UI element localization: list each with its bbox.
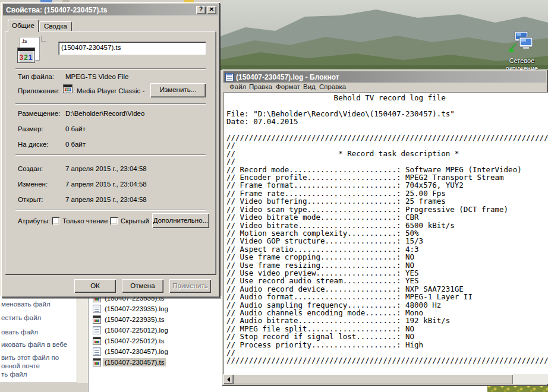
properties-dialog: Свойства: (150407-230457).ts ? ✕ Общие С… <box>1 2 220 298</box>
type-label: Тип файла: <box>18 73 54 80</box>
page-fold-corner <box>41 36 46 42</box>
scroll-left-button[interactable] <box>223 374 234 384</box>
file-name-input[interactable]: (150407-230457).ts <box>58 42 206 55</box>
log-file-icon <box>93 305 101 313</box>
file-name: (150407-223935).log <box>103 305 170 313</box>
file-name: (150407-225012).ts <box>103 337 166 345</box>
readonly-checkbox[interactable] <box>52 217 59 225</box>
ts-file-icon <box>93 337 101 345</box>
location-label: Размещение: <box>18 110 60 117</box>
media-player-classic-icon: 321 <box>17 48 35 63</box>
file-row-selected[interactable]: (150407-230457).ts <box>93 357 166 367</box>
accessed-value: 7 апреля 2015 г., 23:04:58 <box>65 196 147 203</box>
general-tab-page: .ts 321 (150407-230457).ts Тип файла: MP… <box>5 31 216 275</box>
ts-file-icon-large: .ts 321 <box>17 37 46 64</box>
type-value: MPEG-TS Video File <box>65 73 129 80</box>
desktop-wallpaper <box>219 0 548 70</box>
created-label: Создан: <box>18 165 43 172</box>
icon-digit: 3 <box>19 53 24 62</box>
app-label: Приложение: <box>18 87 60 94</box>
modified-value: 7 апреля 2015 г., 23:04:58 <box>65 181 147 188</box>
created-value: 7 апреля 2015 г., 23:04:58 <box>65 165 147 172</box>
file-name: (150407-230457).ts <box>103 358 166 366</box>
notepad-window: (150407-230457).log - Блокнот Файл Правк… <box>222 69 548 386</box>
apply-button: Применить <box>169 279 211 293</box>
change-button[interactable]: Изменить... <box>150 83 206 97</box>
location-value: D:\Beholder\Record\Video <box>65 110 144 117</box>
log-text: Behold TV record log file File: "D:\Beho… <box>224 93 548 365</box>
menu-file[interactable]: Файл <box>229 83 246 90</box>
menu-help[interactable]: Справка <box>319 83 346 90</box>
task-rename-file[interactable]: меновать файл <box>1 301 51 308</box>
advanced-button[interactable]: Дополнительно... <box>152 213 209 228</box>
file-row[interactable]: (150407-225012).ts <box>93 336 166 346</box>
explorer-bottom-strip <box>0 383 88 392</box>
file-extension-label: .ts <box>21 38 27 44</box>
task-email-file-line1[interactable]: вить этот файл по <box>1 354 59 361</box>
file-row[interactable]: (150407-223935).log <box>93 304 170 314</box>
file-row[interactable]: (150407-225012).log <box>93 325 170 335</box>
file-name: (150407-230457).log <box>103 347 170 356</box>
file-name: (150407-225012).log <box>103 326 170 334</box>
icon-digit: 1 <box>29 53 33 62</box>
file-tasks-panel: меновать файл естить файл овать файл ико… <box>0 296 77 383</box>
file-name: (150407-223935).ts <box>103 315 166 324</box>
notepad-menu-bar: Файл Правка Формат Вид Справка <box>223 83 546 92</box>
media-player-classic-icon-small: ​321 <box>63 84 73 94</box>
hidden-label: Скрытый <box>121 217 149 225</box>
scrollbar-thumb[interactable] <box>234 374 513 384</box>
accessed-label: Открыт: <box>18 196 43 203</box>
scroll-left-icon <box>227 377 230 382</box>
dialog-title-bar[interactable]: Свойства: (150407-230457).ts ? ✕ <box>3 4 218 15</box>
app-value: Media Player Classic - <box>77 87 144 94</box>
cancel-button[interactable]: Отмена <box>122 279 163 293</box>
separator <box>15 103 206 105</box>
help-button[interactable]: ? <box>196 6 206 14</box>
attributes-label: Атрибуты: <box>18 217 50 225</box>
separator <box>15 68 206 69</box>
ok-button[interactable]: ОК <box>74 279 116 293</box>
log-file-icon <box>93 347 101 356</box>
on-disk-value: 0 байт <box>65 141 86 148</box>
ts-file-icon <box>93 315 101 324</box>
notepad-icon <box>225 73 234 81</box>
network-neighborhood-icon[interactable]: Сетевое окружение <box>502 31 541 72</box>
mountains-image <box>219 0 548 70</box>
separator <box>15 154 206 156</box>
task-print-file[interactable]: ть файл <box>1 371 27 378</box>
menu-edit[interactable]: Правка <box>249 83 272 90</box>
log-file-icon <box>93 326 101 334</box>
task-move-file[interactable]: естить файл <box>1 314 41 321</box>
horizontal-scrollbar[interactable] <box>223 374 548 384</box>
modified-label: Изменен: <box>18 181 48 188</box>
dialog-title: Свойства: (150407-230457).ts <box>6 6 107 14</box>
size-value: 0 байт <box>65 125 86 132</box>
on-disk-label: На диске: <box>18 141 49 148</box>
hidden-checkbox[interactable] <box>110 217 118 225</box>
size-label: Размер: <box>18 125 43 132</box>
tab-general[interactable]: Общие <box>8 20 39 32</box>
icon-digit: 2 <box>24 53 29 62</box>
network-monitors-icon <box>509 31 535 55</box>
task-copy-file[interactable]: овать файл <box>1 328 38 336</box>
network-icon-label-line1: Сетевое <box>502 57 541 65</box>
separator <box>15 210 206 211</box>
close-button[interactable]: ✕ <box>207 6 216 14</box>
file-row[interactable]: (150407-223935).ts <box>93 314 166 324</box>
readonly-label: Только чтение <box>62 217 108 225</box>
menu-format[interactable]: Формат <box>276 83 300 90</box>
ts-file-icon <box>93 358 101 366</box>
task-publish-file[interactable]: иковать файл в вебе <box>1 341 67 348</box>
notepad-title-bar[interactable]: (150407-230457).log - Блокнот <box>223 71 546 83</box>
file-row[interactable]: (150407-230457).log <box>93 346 170 356</box>
menu-view[interactable]: Вид <box>303 83 316 90</box>
notepad-text-area[interactable]: Behold TV record log file File: "D:\Beho… <box>223 92 548 374</box>
notepad-title: (150407-230457).log - Блокнот <box>236 73 339 81</box>
task-email-file-line2[interactable]: онной почте <box>1 362 40 369</box>
